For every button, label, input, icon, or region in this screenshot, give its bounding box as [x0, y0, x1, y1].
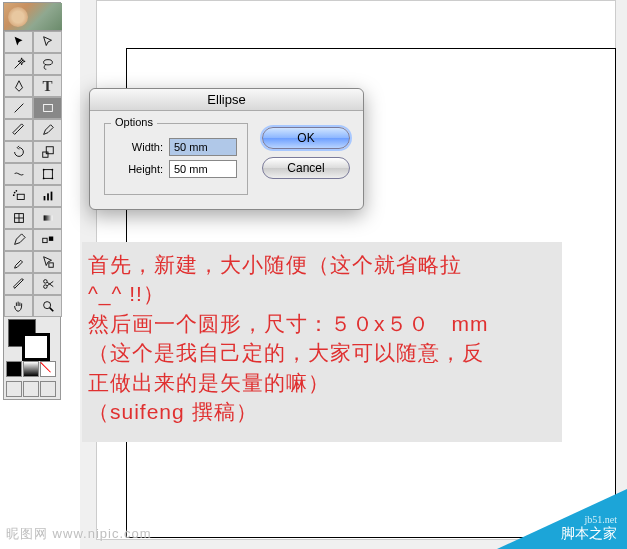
svg-rect-16: [50, 192, 52, 201]
ok-button[interactable]: OK: [262, 127, 350, 149]
options-legend: Options: [111, 116, 157, 128]
stroke-color[interactable]: [22, 333, 50, 361]
svg-point-9: [51, 178, 53, 180]
watermark-left: 昵图网 www.nipic.com: [6, 525, 152, 543]
width-label: Width:: [115, 141, 163, 153]
annotation-line: 正做出来的是矢量的嘛）: [88, 368, 556, 397]
watermark-sub: jb51.net: [561, 514, 617, 526]
color-mode-none[interactable]: [40, 361, 56, 377]
line-tool[interactable]: [4, 97, 33, 119]
lasso-tool[interactable]: [33, 53, 62, 75]
blend-tool[interactable]: [33, 229, 62, 251]
svg-rect-2: [43, 105, 52, 112]
tool-grid: T: [4, 31, 60, 317]
svg-point-12: [15, 190, 17, 192]
svg-rect-3: [42, 152, 47, 157]
rectangle-tool[interactable]: [33, 97, 62, 119]
dialog-title: Ellipse: [90, 89, 363, 111]
ellipse-dialog: Ellipse Options Width: Height: OK Cancel: [89, 88, 364, 210]
graph-tool[interactable]: [33, 185, 62, 207]
annotation-line: ^_^ !!）: [88, 279, 556, 308]
svg-rect-15: [47, 193, 49, 200]
svg-point-0: [43, 60, 52, 65]
scissors-tool[interactable]: [33, 273, 62, 295]
annotation-line: （这个是我自己定的，大家可以随意，反: [88, 338, 556, 367]
screen-mode-full[interactable]: [23, 381, 39, 397]
warp-tool[interactable]: [4, 163, 33, 185]
svg-point-26: [43, 302, 50, 309]
eyedropper-tool[interactable]: [4, 229, 33, 251]
pen-tool[interactable]: [4, 75, 33, 97]
screen-mode-row: [4, 379, 60, 399]
svg-rect-20: [43, 215, 52, 220]
svg-rect-14: [43, 196, 45, 200]
app-logo: [4, 3, 62, 31]
zoom-tool[interactable]: [33, 295, 62, 317]
color-swatches[interactable]: [4, 317, 60, 359]
tools-panel: T: [3, 2, 61, 400]
color-mode-row: [4, 359, 60, 379]
svg-rect-23: [48, 263, 52, 267]
height-input[interactable]: [169, 160, 237, 178]
svg-rect-22: [48, 237, 52, 241]
height-label: Height:: [115, 163, 163, 175]
color-mode-solid[interactable]: [6, 361, 22, 377]
selection-tool[interactable]: [4, 31, 33, 53]
type-tool[interactable]: T: [33, 75, 62, 97]
pencil-tool[interactable]: [33, 119, 62, 141]
svg-point-11: [13, 192, 15, 194]
svg-point-7: [51, 169, 53, 171]
slice-tool[interactable]: [4, 273, 33, 295]
tutorial-annotation: 首先，新建，大小随便（这个就省略拉 ^_^ !!） 然后画一个圆形，尺寸：５０x…: [82, 242, 562, 442]
svg-line-27: [49, 308, 53, 312]
svg-line-1: [14, 104, 23, 113]
svg-point-8: [42, 178, 44, 180]
svg-rect-10: [17, 194, 24, 199]
live-paint-select-tool[interactable]: [33, 251, 62, 273]
rotate-tool[interactable]: [4, 141, 33, 163]
svg-point-6: [42, 169, 44, 171]
screen-mode-normal[interactable]: [6, 381, 22, 397]
gradient-tool[interactable]: [33, 207, 62, 229]
svg-rect-4: [46, 147, 53, 154]
free-transform-tool[interactable]: [33, 163, 62, 185]
hand-tool[interactable]: [4, 295, 33, 317]
width-input[interactable]: [169, 138, 237, 156]
symbol-sprayer-tool[interactable]: [4, 185, 33, 207]
svg-rect-21: [42, 238, 46, 242]
mesh-tool[interactable]: [4, 207, 33, 229]
watermark-right: jb51.net 脚本之家: [437, 479, 627, 549]
annotation-line: 首先，新建，大小随便（这个就省略拉: [88, 250, 556, 279]
color-mode-gradient[interactable]: [23, 361, 39, 377]
screen-mode-full-menu[interactable]: [40, 381, 56, 397]
svg-point-25: [43, 280, 47, 284]
svg-point-24: [43, 285, 47, 289]
live-paint-tool[interactable]: [4, 251, 33, 273]
options-group: Options Width: Height:: [104, 123, 248, 195]
watermark-main: 脚本之家: [561, 526, 617, 543]
direct-selection-tool[interactable]: [33, 31, 62, 53]
scale-tool[interactable]: [33, 141, 62, 163]
svg-point-13: [12, 194, 14, 196]
annotation-line: 然后画一个圆形，尺寸：５０x５０ mm: [88, 309, 556, 338]
magic-wand-tool[interactable]: [4, 53, 33, 75]
cancel-button[interactable]: Cancel: [262, 157, 350, 179]
paintbrush-tool[interactable]: [4, 119, 33, 141]
annotation-line: （suifeng 撰稿）: [88, 397, 556, 426]
svg-rect-5: [43, 170, 52, 179]
